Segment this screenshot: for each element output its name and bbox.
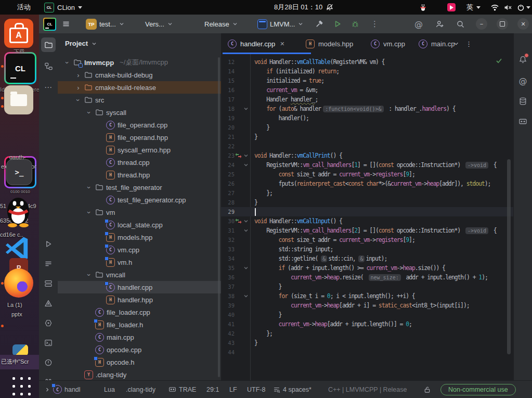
encoding-widget[interactable]: UTF-8 — [247, 381, 265, 398]
code-line-39[interactable]: 39 current_vm->heap[addr + i] = static_c… — [221, 301, 514, 310]
problems-tool-button[interactable] — [41, 296, 56, 311]
code-with-me-button[interactable] — [435, 15, 444, 33]
maximize-button[interactable] — [497, 15, 508, 33]
run-tool-button[interactable] — [41, 237, 56, 251]
code-line-44[interactable]: 44 — [221, 348, 514, 357]
project-tool-button[interactable] — [41, 37, 56, 52]
todo-tool-button[interactable] — [41, 256, 56, 271]
lock-icon[interactable] — [424, 381, 431, 398]
cmake-tool-button[interactable] — [41, 316, 56, 330]
fold-chevron-icon[interactable] — [242, 162, 250, 168]
code-line-28[interactable]: 28} — [221, 198, 514, 207]
tab-close-icon[interactable]: ✕ — [280, 41, 284, 47]
collapse-arrow[interactable]: › — [86, 209, 93, 216]
tree-item-handler.hpp[interactable]: Hhandler.hpp — [58, 293, 221, 306]
project-widget[interactable]: TP test... — [86, 15, 125, 33]
clion-dock-icon[interactable]: CL — [4, 52, 36, 84]
fold-chevron-icon[interactable] — [242, 219, 250, 224]
code-line-27[interactable]: 27 }; — [221, 188, 514, 198]
code-line-25[interactable]: 25 const size_t addr = current_vm->regis… — [221, 170, 514, 179]
tree-item-test_file_generator[interactable]: ›test_file_generator — [58, 181, 221, 194]
code-line-26[interactable]: 26 fputs(reinterpret_cast<const char*>(&… — [221, 179, 514, 188]
firefox-dock-icon[interactable] — [4, 268, 33, 298]
activities-button[interactable]: 活动 — [17, 0, 31, 15]
tree-item-file_loader.cpp[interactable]: Cfile_loader.cpp — [58, 306, 221, 318]
hidden-tabs-chevron[interactable] — [452, 33, 460, 54]
code-line-16[interactable]: 16 current_vm = &vm; — [221, 85, 514, 95]
language-widget[interactable]: Lua — [104, 381, 115, 398]
database-tool-button[interactable] — [516, 94, 530, 108]
code-line-40[interactable]: 40 } — [221, 310, 514, 319]
tree-item-cmake-build-release[interactable]: ›cmake-build-release — [58, 81, 221, 94]
editor-tab-main.cp[interactable]: Cmain.cp — [413, 33, 470, 54]
code-line-42[interactable]: 42 }; — [221, 329, 514, 338]
tree-item-thread.hpp[interactable]: Hthread.hpp — [58, 169, 221, 181]
editor-scrollbar[interactable] — [507, 159, 511, 354]
debug-button[interactable] — [351, 15, 359, 33]
tree-item-main.cpp[interactable]: Cmain.cpp — [58, 331, 221, 343]
tree-item-thread.cpp[interactable]: Cthread.cpp — [58, 156, 221, 169]
power-icon[interactable] — [517, 0, 525, 15]
main-menu-button[interactable] — [62, 15, 70, 33]
editor-tab-handler.cpp[interactable]: Chandler.cpp✕ — [223, 33, 311, 54]
code-line-17[interactable]: 17 Handler handler_; — [221, 95, 514, 104]
more-tools-button[interactable]: ⋯ — [41, 80, 56, 95]
volume-muted-icon[interactable] — [504, 0, 513, 15]
indent-widget[interactable]: 4 spaces* — [273, 381, 312, 398]
code-line-23[interactable]: 23void Handler::vmCallPrint() { — [221, 151, 514, 160]
tree-item-syscall_errno.hpp[interactable]: Hsyscall_errno.hpp — [58, 144, 221, 156]
run-button[interactable] — [333, 15, 342, 33]
fold-chevron-icon[interactable] — [242, 265, 250, 271]
tree-item-file_operand.cpp[interactable]: Cfile_operand.cpp — [58, 119, 221, 131]
editor-tab-models.hpp[interactable]: Hmodels.hpp — [301, 33, 376, 54]
tree-item-vmcall[interactable]: ›vmcall — [58, 268, 221, 281]
clang-tidy-widget[interactable]: .clang-tidy — [126, 381, 155, 398]
code-line-35[interactable]: 35 if (addr + input.length() >= current_… — [221, 263, 514, 273]
ai-assistant-tool-button[interactable]: @ — [516, 73, 530, 88]
build-config-selector[interactable]: Release — [204, 15, 238, 33]
ai-assistant-button[interactable]: @ — [414, 15, 423, 33]
search-everywhere-button[interactable] — [456, 15, 465, 33]
run-config-selector[interactable]: LMVM... — [257, 15, 304, 33]
code-line-31[interactable]: 31 RegisterVM::vm_call_handlers[2] = [](… — [221, 226, 514, 235]
code-line-38[interactable]: 38 for (size_t i = 0; i < input.length()… — [221, 291, 514, 301]
trae-tool-button[interactable] — [516, 114, 530, 129]
breadcrumb[interactable]: C handl — [44, 381, 81, 398]
tree-item-file_loader.h[interactable]: Hfile_loader.h — [58, 318, 221, 331]
code-line-18[interactable]: 18 for (auto& handler:function<void()>& … — [221, 104, 514, 113]
code-line-24[interactable]: 24 RegisterVM::vm_call_handlers[1] = [](… — [221, 160, 514, 170]
tree-item-vm.cpp[interactable]: Cvm.cpp — [58, 243, 221, 256]
tree-item-cmake-build-debug[interactable]: ›cmake-build-debug — [58, 69, 221, 81]
code-line-20[interactable]: 20 } — [221, 123, 514, 132]
more-actions-button[interactable]: ⋮ — [371, 15, 379, 33]
inspections-tool-button[interactable] — [41, 355, 56, 370]
collapse-arrow[interactable]: › — [86, 272, 93, 278]
terminal-tool-button[interactable] — [41, 336, 56, 350]
code-line-32[interactable]: 32 const size_t addr = current_vm->regis… — [221, 235, 514, 245]
gutter-navigate-arrows-icon[interactable] — [235, 152, 242, 159]
app-menu[interactable]: CL CLion — [44, 0, 82, 15]
expand-arrow[interactable]: › — [75, 84, 82, 91]
tree-item-opcode.h[interactable]: Hopcode.h — [58, 356, 221, 368]
inspection-ok-icon[interactable] — [496, 57, 502, 64]
code-line-22[interactable]: 22 — [221, 142, 514, 151]
tree-item-vm.h[interactable]: Hvm.h — [58, 256, 221, 268]
code-line-19[interactable]: 19 handler(); — [221, 113, 514, 123]
tree-item-vm[interactable]: ›vm — [58, 206, 221, 219]
chevron-down-icon[interactable] — [526, 0, 530, 15]
ubuntu-software-dock-icon[interactable]: A — [4, 19, 33, 48]
code-line-14[interactable]: 14 if (initialized) return; — [221, 67, 514, 76]
code-line-43[interactable]: 43} — [221, 338, 514, 348]
code-line-41[interactable]: 41 current_vm->heap[addr + input.length(… — [221, 319, 514, 329]
project-tree-scrollbar[interactable] — [218, 57, 220, 377]
qq-tray-icon[interactable] — [419, 0, 427, 15]
fold-chevron-icon[interactable] — [242, 106, 250, 111]
code-line-30[interactable]: 30void Handler::vmCallInput() { — [221, 216, 514, 226]
code-line-29[interactable]: 29 — [221, 207, 514, 216]
tree-item-.clang-tidy[interactable]: Y.clang-tidy — [58, 368, 221, 381]
fold-chevron-icon[interactable] — [242, 293, 250, 299]
tree-item-syscall[interactable]: ›syscall — [58, 106, 221, 119]
code-line-33[interactable]: 33 std::string input; — [221, 245, 514, 254]
terminal-dock-icon[interactable]: >_ — [6, 159, 32, 185]
tree-item-file_operand.hpp[interactable]: Hfile_operand.hpp — [58, 131, 221, 144]
